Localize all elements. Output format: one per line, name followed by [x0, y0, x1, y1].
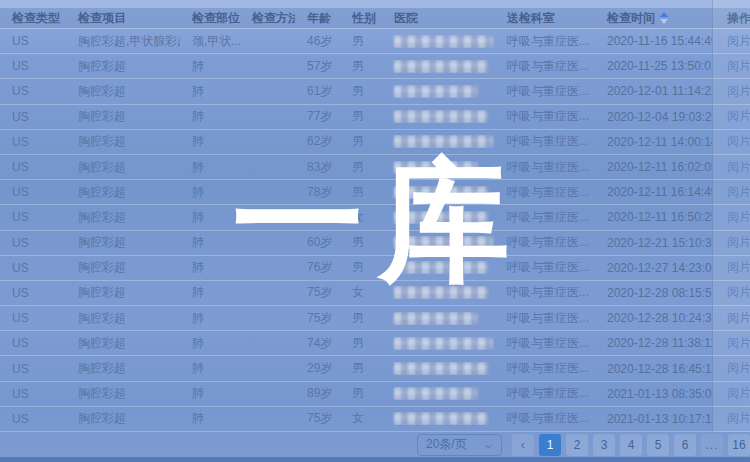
view-images-link[interactable]: 阅片 — [727, 210, 750, 224]
view-images-link[interactable]: 阅片 — [727, 84, 750, 98]
hospital-redacted-block — [394, 337, 493, 350]
page-button-4[interactable]: 4 — [620, 434, 642, 456]
cell-item: 胸腔彩超 — [66, 410, 180, 427]
hospital-redacted-block — [394, 236, 493, 249]
page-button-16[interactable]: 16 — [728, 434, 750, 456]
page-button-3[interactable]: 3 — [593, 434, 615, 456]
cell-type: US — [0, 286, 66, 300]
table-row[interactable]: US胸腔彩超,甲状腺彩超颈,甲状...46岁男呼吸与重症医...2020-11-… — [0, 29, 750, 54]
cell-age: 75岁 — [295, 284, 340, 301]
cell-type: US — [0, 412, 66, 426]
table-row[interactable]: US胸腔彩超肺74岁男呼吸与重症医...2020-12-28 11:38:11阅… — [0, 331, 750, 356]
view-images-link[interactable]: 阅片 — [727, 185, 750, 199]
cell-dept: 呼吸与重症医... — [495, 159, 595, 176]
cell-time: 2020-11-25 13:50:01 — [595, 59, 712, 73]
cell-gender: 男 — [340, 108, 382, 125]
cell-gender: 男 — [340, 360, 382, 377]
cell-item: 胸腔彩超 — [66, 385, 180, 402]
column-header-label: 操作 — [727, 10, 750, 27]
view-images-link[interactable]: 阅片 — [727, 260, 750, 274]
table-row[interactable]: US胸腔彩超肺75岁男呼吸与重症医...2020-12-28 10:24:30阅… — [0, 306, 750, 331]
column-header-time[interactable]: 检查时间 — [595, 10, 712, 27]
cell-action: 阅片 — [712, 385, 750, 402]
column-header-dept: 送检科室 — [495, 10, 595, 27]
prev-page-button[interactable]: ‹ — [512, 434, 534, 456]
view-images-link[interactable]: 阅片 — [727, 361, 750, 375]
view-images-link[interactable]: 阅片 — [727, 160, 750, 174]
cell-type: US — [0, 236, 66, 250]
chevron-down-icon: ⌄ — [482, 438, 495, 451]
cell-part: 肺 — [180, 159, 240, 176]
cell-part: 肺 — [180, 259, 240, 276]
table-row[interactable]: US胸腔彩超肺89岁男呼吸与重症医...2021-01-13 08:35:05阅… — [0, 382, 750, 407]
view-images-link[interactable]: 阅片 — [727, 411, 750, 425]
cell-age: 62岁 — [295, 133, 340, 150]
table-row[interactable]: US胸腔彩超肺76岁女呼吸与重症医...2020-12-11 16:50:25阅… — [0, 205, 750, 230]
cell-time: 2021-01-13 10:17:16 — [595, 412, 712, 426]
table-row[interactable]: US胸腔彩超肺29岁男呼吸与重症医...2020-12-28 16:45:18阅… — [0, 356, 750, 381]
view-images-link[interactable]: 阅片 — [727, 109, 750, 123]
view-images-link[interactable]: 阅片 — [727, 336, 750, 350]
table-row[interactable]: US胸腔彩超肺83岁男呼吸与重症医...2020-12-11 16:02:05阅… — [0, 155, 750, 180]
cell-action: 阅片 — [712, 133, 750, 150]
hospital-redacted-block — [394, 362, 488, 375]
table-row[interactable]: US胸腔彩超肺75岁女呼吸与重症医...2020-12-28 08:15:51阅… — [0, 281, 750, 306]
page-button-6[interactable]: 6 — [674, 434, 696, 456]
cell-action: 阅片 — [712, 108, 750, 125]
view-images-link[interactable]: 阅片 — [727, 311, 750, 325]
cell-item: 胸腔彩超 — [66, 209, 180, 226]
cell-part: 肺 — [180, 209, 240, 226]
sort-caret-icon[interactable] — [660, 12, 668, 24]
column-header-label: 医院 — [394, 10, 418, 27]
cell-type: US — [0, 261, 66, 275]
cell-hospital — [382, 286, 495, 299]
table-row[interactable]: US胸腔彩超肺77岁男呼吸与重症医...2020-12-04 19:03:24阅… — [0, 105, 750, 130]
view-images-link[interactable]: 阅片 — [727, 386, 750, 400]
cell-item: 胸腔彩超 — [66, 159, 180, 176]
cell-dept: 呼吸与重症医... — [495, 83, 595, 100]
view-images-link[interactable]: 阅片 — [727, 34, 750, 48]
cell-age: 74岁 — [295, 335, 340, 352]
cell-hospital — [382, 337, 495, 350]
column-header-label: 年龄 — [307, 10, 331, 27]
cell-type: US — [0, 84, 66, 98]
cell-gender: 女 — [340, 209, 382, 226]
table-row[interactable]: US胸腔彩超肺78岁男呼吸与重症医...2020-12-11 16:14:49阅… — [0, 180, 750, 205]
page-button-5[interactable]: 5 — [647, 434, 669, 456]
column-header-action: 操作 — [712, 10, 750, 27]
table-row[interactable]: US胸腔彩超肺60岁男呼吸与重症医...2020-12-21 15:10:33阅… — [0, 231, 750, 256]
cell-item: 胸腔彩超 — [66, 83, 180, 100]
horizontal-scrollbar[interactable] — [0, 457, 750, 462]
view-images-link[interactable]: 阅片 — [727, 235, 750, 249]
cell-dept: 呼吸与重症医... — [495, 184, 595, 201]
page-button-1[interactable]: 1 — [539, 434, 561, 456]
cell-action: 阅片 — [712, 284, 750, 301]
cell-action: 阅片 — [712, 159, 750, 176]
hospital-redacted-block — [394, 286, 488, 299]
cell-item: 胸腔彩超 — [66, 259, 180, 276]
hospital-redacted-block — [394, 85, 478, 98]
view-images-link[interactable]: 阅片 — [727, 134, 750, 148]
page-button-2[interactable]: 2 — [566, 434, 588, 456]
cell-part: 肺 — [180, 234, 240, 251]
cell-gender: 女 — [340, 284, 382, 301]
cell-item: 胸腔彩超 — [66, 360, 180, 377]
cell-action: 阅片 — [712, 259, 750, 276]
cell-dept: 呼吸与重症医... — [495, 310, 595, 327]
table-row[interactable]: US胸腔彩超肺61岁男呼吸与重症医...2020-12-01 11:14:21阅… — [0, 79, 750, 104]
table-row[interactable]: US胸腔彩超肺57岁男呼吸与重症医...2020-11-25 13:50:01阅… — [0, 54, 750, 79]
more-pages-button[interactable]: ... — [701, 434, 723, 456]
cell-time: 2020-12-28 10:24:30 — [595, 311, 712, 325]
page-size-select[interactable]: 20条/页 ⌄ — [417, 434, 502, 456]
cell-age: 76岁 — [295, 209, 340, 226]
table-row[interactable]: US胸腔彩超肺76岁男呼吸与重症医...2020-12-27 14:23:04阅… — [0, 256, 750, 281]
cell-type: US — [0, 135, 66, 149]
sort-descending-icon — [660, 19, 668, 24]
cell-hospital — [382, 412, 495, 425]
cell-part: 肺 — [180, 133, 240, 150]
view-images-link[interactable]: 阅片 — [727, 59, 750, 73]
hospital-redacted-block — [394, 412, 488, 425]
view-images-link[interactable]: 阅片 — [727, 285, 750, 299]
table-row[interactable]: US胸腔彩超肺75岁女呼吸与重症医...2021-01-13 10:17:16阅… — [0, 407, 750, 432]
table-row[interactable]: US胸腔彩超肺62岁男呼吸与重症医...2020-12-11 14:00:14阅… — [0, 130, 750, 155]
